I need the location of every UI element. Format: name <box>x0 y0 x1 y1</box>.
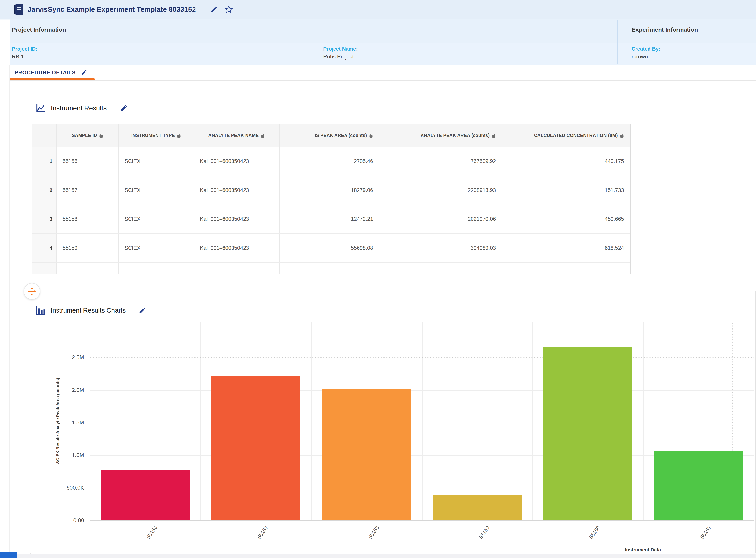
column-header-label: CALCULATED CONCENTRATION (uM) <box>534 133 618 138</box>
column-header: INSTRUMENT TYPE <box>119 124 194 147</box>
vertical-gridline <box>643 322 644 521</box>
table-cell-sample_id: 55157 <box>57 176 119 204</box>
table-cell-calculated_concentration: 618.524 <box>502 234 630 262</box>
edit-title-pencil-icon[interactable] <box>210 5 218 14</box>
table-cell-instrument_type: SCIEX <box>119 234 194 262</box>
tab-procedure-details[interactable]: PROCEDURE DETAILS <box>9 65 87 80</box>
column-header: ANALYTE PEAK AREA (counts) <box>379 124 502 147</box>
table-header-row: SAMPLE IDINSTRUMENT TYPEANALYTE PEAK NAM… <box>32 124 630 147</box>
y-axis-line <box>90 322 91 521</box>
bar-55157 <box>211 376 300 521</box>
table-cell-sample_id: 55156 <box>57 147 119 176</box>
project-information-title: Project Information <box>12 26 66 33</box>
bar-55159 <box>433 494 522 521</box>
x-axis-tick-label: 55156 <box>143 521 161 543</box>
experiment-information-title: Experiment Information <box>632 26 698 33</box>
lock-icon <box>177 133 181 138</box>
vertical-gridline <box>200 322 201 521</box>
bar-55156 <box>101 471 190 521</box>
table-cell-analyte_peak_area: 394089.03 <box>379 234 502 262</box>
table-cell-analyte_peak_area: 2208913.93 <box>379 176 502 204</box>
table-cell-calculated_concentration: 440.175 <box>502 147 630 176</box>
table-cell-analyte_peak_name: Kal_001–600350423 <box>194 205 280 233</box>
experiment-document-icon <box>14 4 23 15</box>
table-cell-analyte_peak_area: 2021970.06 <box>379 205 502 233</box>
active-tab-underline <box>10 78 95 80</box>
table-cell-calculated_concentration: 488.291 <box>502 263 630 274</box>
project-name-field: Project Name: Robs Project <box>323 45 358 60</box>
table-row: 255157SCIEXKal_001–60035042318279.062208… <box>32 176 630 205</box>
table-cell-analyte_peak_area: 2659208.14 <box>379 263 502 274</box>
vertical-gridline <box>754 322 754 521</box>
column-header: ANALYTE PEAK NAME <box>194 124 280 147</box>
table-cell-instrument_type: SCIEX <box>119 147 194 176</box>
title-bar: JarvisSync Example Experiment Template 8… <box>0 0 756 20</box>
x-axis-tick-label: 55160 <box>585 521 604 543</box>
instrument-results-heading: Instrument Results <box>35 102 128 114</box>
table-cell-is_peak_area: 18279.06 <box>280 176 379 204</box>
row-number-cell: 3 <box>32 205 57 233</box>
bar-55160 <box>543 347 632 521</box>
page-bottom-strip <box>17 555 756 558</box>
lock-icon <box>261 133 265 138</box>
instrument-results-charts-card: Instrument Results Charts 2.5M2.0M1.5M1.… <box>30 290 756 555</box>
horizontal-gridline <box>90 423 754 423</box>
lock-icon <box>492 133 496 138</box>
created-by-field: Created By: rbrown <box>632 45 660 60</box>
project-id-label: Project ID: <box>12 45 37 53</box>
instrument-results-title: Instrument Results <box>51 104 106 112</box>
x-axis-title: Instrument Data <box>625 547 661 553</box>
bottom-left-accent <box>0 552 17 558</box>
table-cell-analyte_peak_area: 767509.92 <box>379 147 502 176</box>
info-vertical-divider <box>617 20 618 64</box>
table-cell-calculated_concentration: 151.733 <box>502 176 630 204</box>
table-cell-instrument_type: SCIEX <box>119 205 194 233</box>
y-axis-tick-label: 0.00 <box>53 517 84 524</box>
vertical-gridline <box>532 322 533 521</box>
table-cell-analyte_peak_name: Kal_001–600350423 <box>194 234 280 262</box>
instrument-results-table: SAMPLE IDINSTRUMENT TYPEANALYTE PEAK NAM… <box>32 124 631 274</box>
plot-area <box>90 322 754 521</box>
project-id-field: Project ID: RB-1 <box>12 45 37 60</box>
edit-tab-pencil-icon[interactable] <box>81 69 87 76</box>
row-number-cell: 4 <box>32 234 57 262</box>
row-number-cell: 1 <box>32 147 57 176</box>
column-header-label: ANALYTE PEAK NAME <box>208 133 259 138</box>
table-cell-instrument_type: SCIEX <box>119 263 194 274</box>
jarvissync-page: JarvisSync Example Experiment Template 8… <box>0 0 756 558</box>
horizontal-gridline <box>90 521 754 521</box>
lock-icon <box>99 133 103 138</box>
column-header-label: INSTRUMENT TYPE <box>131 133 175 138</box>
project-name-label: Project Name: <box>323 45 358 53</box>
table-row: 555160SCIEXKal_001–60035042364117.392659… <box>32 263 630 274</box>
project-name-value: Robs Project <box>323 53 358 60</box>
bar-chart: 2.5M2.0M1.5M1.0M500.0K0.0055156551575515… <box>30 290 755 554</box>
page-title: JarvisSync Example Experiment Template 8… <box>28 5 196 14</box>
table-row: 455159SCIEXKal_001–60035042355698.083940… <box>32 234 630 263</box>
column-header-label: IS PEAK AREA (counts) <box>315 133 367 138</box>
table-cell-is_peak_area: 12472.21 <box>280 205 379 233</box>
table-corner-cell <box>32 124 57 147</box>
x-axis-tick-label: 55158 <box>364 521 383 543</box>
drag-handle[interactable] <box>24 283 40 300</box>
line-chart-icon <box>35 102 47 114</box>
lock-icon <box>369 133 373 138</box>
project-id-value: RB-1 <box>12 53 37 60</box>
table-cell-sample_id: 55159 <box>57 234 119 262</box>
created-by-value: rbrown <box>632 53 660 60</box>
bar-55158 <box>323 388 411 521</box>
column-header: SAMPLE ID <box>57 124 119 147</box>
table-row: 155156SCIEXKal_001–6003504232705.4676750… <box>32 147 630 176</box>
table-cell-analyte_peak_name: Kal_001–600350423 <box>194 263 280 274</box>
column-header: CALCULATED CONCENTRATION (uM) <box>502 124 630 147</box>
horizontal-gridline <box>90 390 754 390</box>
table-cell-sample_id: 55160 <box>57 263 119 274</box>
x-axis-tick-label: 55159 <box>475 521 494 543</box>
edit-instrument-results-pencil-icon[interactable] <box>120 104 128 112</box>
x-axis-tick-label: 55157 <box>254 521 272 543</box>
table-cell-analyte_peak_name: Kal_001–600350423 <box>194 176 280 204</box>
created-by-label: Created By: <box>632 45 660 53</box>
bar-55161 <box>654 451 744 521</box>
favorite-star-icon[interactable] <box>225 5 233 14</box>
table-cell-is_peak_area: 55698.08 <box>280 234 379 262</box>
